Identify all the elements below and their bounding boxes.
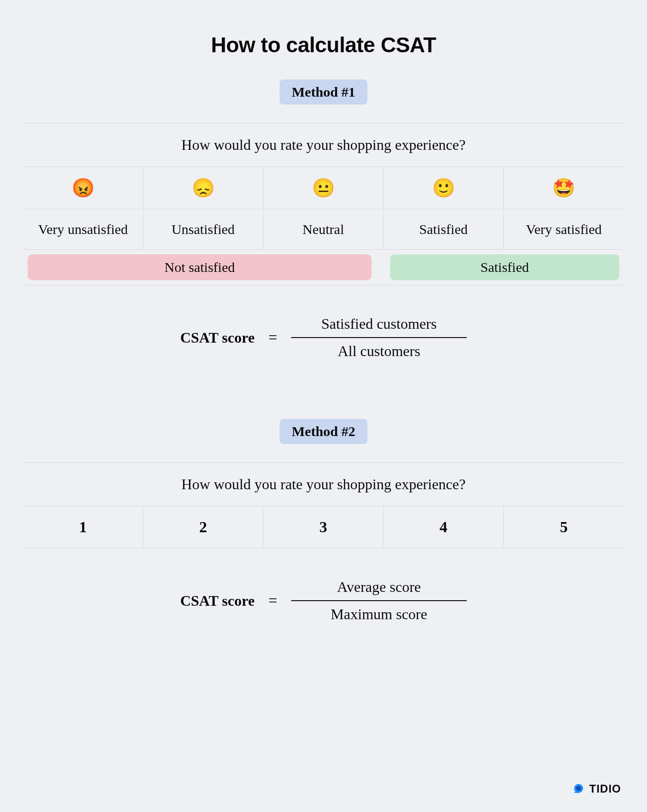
fraction: Average score Maximum score [291,574,467,627]
svg-point-1 [576,786,581,791]
method-1-badge: Method #1 [280,80,367,105]
rating-emoji-2: 😞 [143,167,263,209]
brand-text: TIDIO [589,782,621,795]
rating-number-3: 3 [263,506,384,548]
method-1-section: How would you rate your shopping experie… [23,123,624,285]
rating-label-1: Very unsatisfied [23,209,143,249]
group-row: Not satisfied Satisfied [23,250,624,285]
not-satisfied-pill: Not satisfied [28,254,372,280]
label-row: Very unsatisfied Unsatisfied Neutral Sat… [23,209,624,250]
method-1-question: How would you rate your shopping experie… [23,123,624,167]
equals-sign: = [269,592,277,609]
satisfied-pill: Satisfied [390,254,619,280]
rating-number-2: 2 [143,506,263,548]
fraction: Satisfied customers All customers [291,311,467,364]
formula-label: CSAT score [180,592,255,609]
equals-sign: = [269,329,277,346]
rating-emoji-3: 😐 [263,167,384,209]
method-1-formula: CSAT score = Satisfied customers All cus… [23,311,624,364]
numerator: Average score [328,574,430,600]
rating-label-3: Neutral [263,209,384,249]
brand-logo: TIDIO [573,782,621,795]
method-2-badge: Method #2 [280,419,367,444]
rating-emoji-4: 🙂 [384,167,504,209]
rating-emoji-5: 🤩 [504,167,624,209]
page-title: How to calculate CSAT [23,32,624,57]
rating-label-4: Satisfied [384,209,504,249]
rating-emoji-1: 😡 [23,167,143,209]
tidio-icon [573,783,585,795]
rating-label-2: Unsatisfied [143,209,263,249]
rating-label-5: Very satisfied [504,209,624,249]
formula-label: CSAT score [180,329,255,346]
rating-number-5: 5 [504,506,624,548]
number-row: 1 2 3 4 5 [23,506,624,548]
emoji-row: 😡 😞 😐 🙂 🤩 [23,167,624,209]
method-2-section: How would you rate your shopping experie… [23,462,624,548]
rating-number-4: 4 [384,506,504,548]
method-2-question: How would you rate your shopping experie… [23,463,624,506]
method-2-formula: CSAT score = Average score Maximum score [23,574,624,627]
numerator: Satisfied customers [312,311,446,337]
rating-number-1: 1 [23,506,143,548]
denominator: Maximum score [322,601,437,627]
denominator: All customers [329,338,430,364]
